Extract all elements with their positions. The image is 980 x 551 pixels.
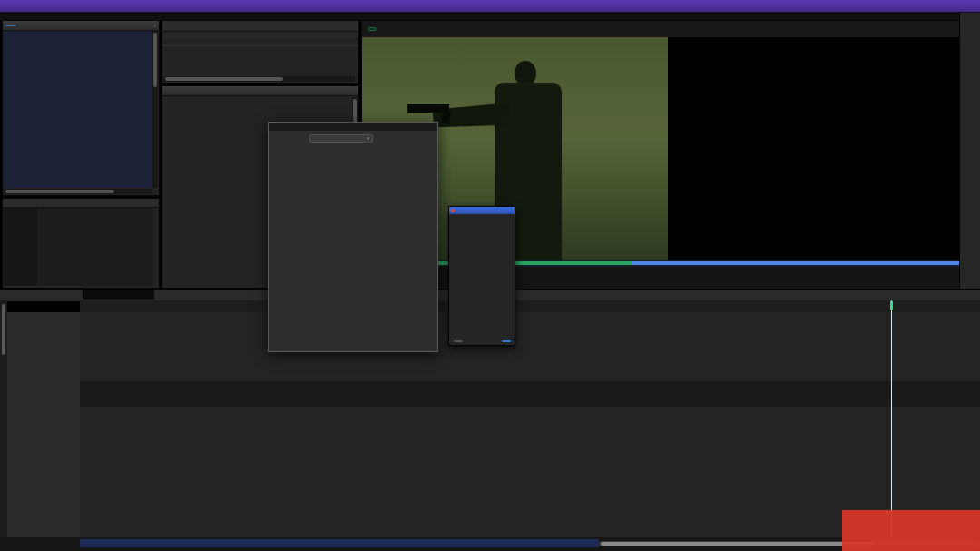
- timeline-ruler-top[interactable]: [80, 300, 980, 313]
- sequences-bin-tabs: [162, 21, 358, 32]
- filter-popup-titlebar[interactable]: [449, 207, 514, 214]
- face-strips: [668, 37, 960, 260]
- sequences-bin-panel: [162, 20, 359, 84]
- track-header-column: [7, 312, 81, 537]
- timeline-bottom-bar: [0, 537, 980, 551]
- export-dialog: ▼: [268, 122, 438, 352]
- effects-tabs: [3, 199, 159, 208]
- bin-search-icon[interactable]: ⌕: [153, 23, 156, 29]
- cancel-button[interactable]: [454, 340, 463, 342]
- sequences-bin-columns: [162, 39, 358, 46]
- project-bin-vscrollbar[interactable]: [152, 31, 158, 188]
- window-title: [0, 12, 980, 20]
- project-bin-titlebar[interactable]: ⌕: [3, 21, 159, 31]
- effects-categories: [4, 208, 38, 286]
- composer-clip-name[interactable]: [368, 27, 377, 31]
- effects-panel: [2, 198, 160, 289]
- frame-bin-titlebar[interactable]: [162, 86, 358, 96]
- project-bin-panel: ⌕: [2, 20, 160, 196]
- timeline-vscrollbar[interactable]: [0, 300, 7, 537]
- menu-bar: [0, 0, 980, 12]
- sequences-bin-toolbar: [162, 32, 358, 39]
- project-bin-tab[interactable]: [5, 25, 16, 26]
- composer-header: [362, 21, 960, 37]
- watermark-badge: [842, 510, 980, 551]
- filter-popup-buttons: [454, 340, 511, 342]
- playhead[interactable]: [891, 300, 892, 537]
- project-bin-list: [4, 31, 152, 188]
- timeline-ruler-mid[interactable]: [80, 398, 980, 407]
- track-v1-segments: [80, 381, 980, 398]
- timecode-track-bar: [80, 539, 599, 547]
- avid-media-composer-window: ⌕: [0, 0, 980, 551]
- timeline-timecode-display: [83, 290, 154, 300]
- effects-list: [39, 208, 153, 286]
- project-bin-hscrollbar[interactable]: [4, 189, 152, 194]
- ok-button[interactable]: [502, 340, 511, 342]
- export-dialog-title[interactable]: [269, 123, 437, 131]
- close-icon[interactable]: [451, 209, 455, 212]
- filter-popup: [448, 206, 515, 346]
- export-as-dropdown[interactable]: ▼: [309, 134, 373, 143]
- playhead-tip: [890, 301, 893, 310]
- timeline-tracks-area[interactable]: [80, 312, 980, 537]
- sequences-bin-hscrollbar[interactable]: [163, 76, 355, 82]
- workspace-toolbar: [959, 13, 980, 289]
